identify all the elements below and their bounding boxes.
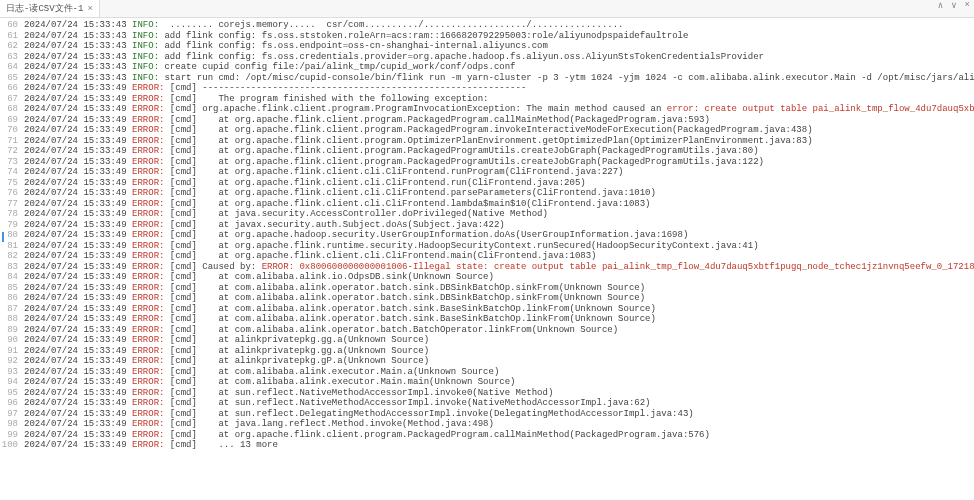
- log-line: 662024/07/24 15:33:49 ERROR: [cmd] -----…: [0, 83, 974, 94]
- timestamp: 2024/07/24 15:33:49: [24, 283, 132, 293]
- log-content: 2024/07/24 15:33:49 ERROR: [cmd] at org.…: [24, 178, 974, 189]
- log-content: 2024/07/24 15:33:43 INFO: create cupid c…: [24, 62, 974, 73]
- tab-label: 日志-读CSV文件-1: [6, 2, 83, 15]
- timestamp: 2024/07/24 15:33:43: [24, 31, 132, 41]
- line-number: 75: [0, 178, 24, 189]
- log-text: ........ corejs.memory..... csr/com.....…: [159, 20, 623, 30]
- log-level: ERROR:: [132, 125, 164, 135]
- log-level: ERROR:: [132, 335, 164, 345]
- log-text: [cmd] at com.alibaba.alink.operator.batc…: [164, 304, 655, 314]
- line-number: 61: [0, 31, 24, 42]
- log-content: 2024/07/24 15:33:49 ERROR: [cmd] at java…: [24, 419, 974, 430]
- timestamp: 2024/07/24 15:33:49: [24, 272, 132, 282]
- log-text: [cmd] at java.lang.reflect.Method.invoke…: [164, 419, 493, 429]
- log-text: [cmd] at com.alibaba.alink.operator.batc…: [164, 314, 655, 324]
- log-content: 2024/07/24 15:33:49 ERROR: [cmd] at alin…: [24, 356, 974, 367]
- log-level: ERROR:: [132, 419, 164, 429]
- log-content: 2024/07/24 15:33:49 ERROR: [cmd] at org.…: [24, 115, 974, 126]
- line-number: 94: [0, 377, 24, 388]
- line-number: 70: [0, 125, 24, 136]
- log-text: [cmd] at org.apache.flink.runtime.securi…: [164, 241, 758, 251]
- log-line: 902024/07/24 15:33:49 ERROR: [cmd] at al…: [0, 335, 974, 346]
- log-text: [cmd] at com.alibaba.alink.operator.batc…: [164, 283, 645, 293]
- line-number: 67: [0, 94, 24, 105]
- log-content: 2024/07/24 15:33:49 ERROR: [cmd] at com.…: [24, 367, 974, 378]
- log-content: 2024/07/24 15:33:49 ERROR: [cmd] at com.…: [24, 304, 974, 315]
- tab-log[interactable]: 日志-读CSV文件-1 ×: [0, 0, 100, 17]
- log-line: 962024/07/24 15:33:49 ERROR: [cmd] at su…: [0, 398, 974, 409]
- tab-bar: 日志-读CSV文件-1 × ∧ ∨ ×: [0, 0, 974, 18]
- log-line: 892024/07/24 15:33:49 ERROR: [cmd] at co…: [0, 325, 974, 336]
- log-level: ERROR:: [132, 94, 164, 104]
- timestamp: 2024/07/24 15:33:49: [24, 377, 132, 387]
- line-number: 62: [0, 41, 24, 52]
- line-number: 93: [0, 367, 24, 378]
- log-level: ERROR:: [132, 178, 164, 188]
- log-line: 1002024/07/24 15:33:49 ERROR: [cmd] ... …: [0, 440, 974, 451]
- log-text: [cmd] ... 13 more: [164, 440, 277, 450]
- timestamp: 2024/07/24 15:33:49: [24, 430, 132, 440]
- log-text: [cmd] at javax.security.auth.Subject.doA…: [164, 220, 504, 230]
- log-text: [cmd] at com.alibaba.alink.io.OdpsDB.sin…: [164, 272, 493, 282]
- log-text: add flink config: fs.oss.ststoken.roleAr…: [159, 31, 688, 41]
- line-number: 79: [0, 220, 24, 231]
- tab-close-icon[interactable]: ×: [87, 4, 92, 14]
- timestamp: 2024/07/24 15:33:49: [24, 346, 132, 356]
- line-number: 95: [0, 388, 24, 399]
- close-icon[interactable]: ×: [965, 0, 970, 11]
- timestamp: 2024/07/24 15:33:49: [24, 136, 132, 146]
- log-line: 752024/07/24 15:33:49 ERROR: [cmd] at or…: [0, 178, 974, 189]
- log-level: ERROR:: [132, 367, 164, 377]
- log-line: 822024/07/24 15:33:49 ERROR: [cmd] at or…: [0, 251, 974, 262]
- log-text: create cupid config file:/pai/alink_tmp/…: [159, 62, 515, 72]
- expand-icon[interactable]: ∨: [951, 0, 956, 11]
- log-level: ERROR:: [132, 293, 164, 303]
- log-area[interactable]: 602024/07/24 15:33:43 INFO: ........ cor…: [0, 18, 974, 453]
- line-number: 97: [0, 409, 24, 420]
- timestamp: 2024/07/24 15:33:43: [24, 20, 132, 30]
- log-line: 702024/07/24 15:33:49 ERROR: [cmd] at or…: [0, 125, 974, 136]
- collapse-icon[interactable]: ∧: [938, 0, 943, 11]
- timestamp: 2024/07/24 15:33:49: [24, 251, 132, 261]
- log-text: [cmd] at alinkprivatepkg.gg.a(Unknown So…: [164, 346, 429, 356]
- timestamp: 2024/07/24 15:33:49: [24, 125, 132, 135]
- log-line: 912024/07/24 15:33:49 ERROR: [cmd] at al…: [0, 346, 974, 357]
- log-level: ERROR:: [132, 398, 164, 408]
- log-line: 712024/07/24 15:33:49 ERROR: [cmd] at or…: [0, 136, 974, 147]
- timestamp: 2024/07/24 15:33:49: [24, 356, 132, 366]
- timestamp: 2024/07/24 15:33:49: [24, 367, 132, 377]
- log-level: ERROR:: [132, 199, 164, 209]
- log-content: 2024/07/24 15:33:43 INFO: add flink conf…: [24, 52, 974, 63]
- log-content: 2024/07/24 15:33:49 ERROR: [cmd] The pro…: [24, 94, 974, 105]
- line-number: 66: [0, 83, 24, 94]
- line-number: 86: [0, 293, 24, 304]
- log-content: 2024/07/24 15:33:49 ERROR: [cmd] at org.…: [24, 157, 974, 168]
- log-content: 2024/07/24 15:33:49 ERROR: [cmd] at com.…: [24, 272, 974, 283]
- timestamp: 2024/07/24 15:33:49: [24, 293, 132, 303]
- log-content: 2024/07/24 15:33:49 ERROR: [cmd] at sun.…: [24, 398, 974, 409]
- cursor-mark: [2, 232, 8, 242]
- log-line: 852024/07/24 15:33:49 ERROR: [cmd] at co…: [0, 283, 974, 294]
- log-line: 742024/07/24 15:33:49 ERROR: [cmd] at or…: [0, 167, 974, 178]
- timestamp: 2024/07/24 15:33:49: [24, 220, 132, 230]
- timestamp: 2024/07/24 15:33:49: [24, 94, 132, 104]
- log-text: [cmd] at org.apache.flink.client.cli.Cli…: [164, 188, 655, 198]
- log-level: ERROR:: [132, 115, 164, 125]
- log-content: 2024/07/24 15:33:49 ERROR: [cmd] at com.…: [24, 314, 974, 325]
- line-number: 82: [0, 251, 24, 262]
- timestamp: 2024/07/24 15:33:49: [24, 314, 132, 324]
- line-number: 92: [0, 356, 24, 367]
- line-number: 88: [0, 314, 24, 325]
- line-number: 100: [0, 440, 24, 451]
- line-number: 99: [0, 430, 24, 441]
- line-number: 77: [0, 199, 24, 210]
- log-content: 2024/07/24 15:33:49 ERROR: [cmd] at org.…: [24, 241, 974, 252]
- log-line: 832024/07/24 15:33:49 ERROR: [cmd] Cause…: [0, 262, 974, 273]
- log-content: 2024/07/24 15:33:49 ERROR: [cmd] Caused …: [24, 262, 974, 273]
- log-text: [cmd] at org.apache.flink.client.program…: [164, 430, 710, 440]
- line-number: 96: [0, 398, 24, 409]
- log-line: 612024/07/24 15:33:43 INFO: add flink co…: [0, 31, 974, 42]
- log-level: ERROR:: [132, 157, 164, 167]
- log-content: 2024/07/24 15:33:49 ERROR: [cmd] at org.…: [24, 188, 974, 199]
- log-content: 2024/07/24 15:33:49 ERROR: [cmd] ... 13 …: [24, 440, 974, 451]
